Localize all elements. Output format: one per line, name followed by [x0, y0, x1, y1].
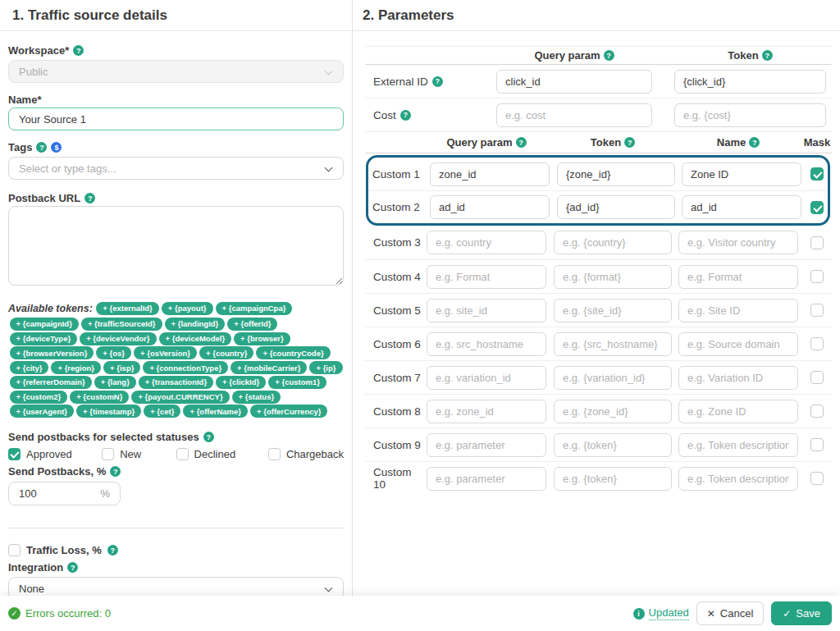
name-input[interactable]: [678, 332, 798, 356]
mask-checkbox[interactable]: [810, 337, 824, 350]
help-icon[interactable]: ?: [400, 110, 411, 121]
token-chip[interactable]: + {payout}: [162, 302, 213, 315]
save-button[interactable]: ✓ Save: [771, 601, 832, 625]
query-param-input[interactable]: [430, 162, 550, 186]
token-chip[interactable]: + {userAgent}: [10, 405, 75, 418]
token-chip[interactable]: + {status}: [232, 391, 281, 404]
help-icon[interactable]: ?: [107, 545, 118, 556]
token-chip[interactable]: + {browser}: [234, 332, 290, 345]
token-input[interactable]: [554, 332, 672, 356]
token-chip[interactable]: + {cet}: [144, 405, 180, 418]
token-input[interactable]: [554, 231, 672, 254]
help-icon[interactable]: ?: [36, 142, 47, 153]
integration-select[interactable]: None: [8, 577, 344, 596]
token-chip[interactable]: + {countryCode}: [256, 346, 330, 359]
token-chip[interactable]: + {referrerDomain}: [10, 376, 92, 389]
token-chip[interactable]: + {payout.CURRENCY}: [131, 391, 229, 404]
token-chip[interactable]: + {transactionId}: [139, 376, 213, 389]
token-chip[interactable]: + {deviceModel}: [159, 332, 232, 345]
approved-checkbox[interactable]: [8, 448, 21, 460]
token-chip[interactable]: + {offerId}: [227, 318, 277, 331]
help-icon[interactable]: ?: [749, 137, 760, 148]
help-icon[interactable]: ?: [73, 45, 84, 56]
mask-checkbox[interactable]: [810, 270, 824, 283]
token-chip[interactable]: + {customN}: [70, 391, 129, 404]
name-input[interactable]: [678, 299, 798, 322]
query-param-input[interactable]: [496, 103, 652, 127]
token-chip[interactable]: + {connectionType}: [143, 361, 228, 374]
query-param-input[interactable]: [496, 70, 652, 94]
token-chip[interactable]: + {region}: [51, 361, 101, 374]
token-chip[interactable]: + {clickId}: [216, 376, 266, 389]
name-input[interactable]: [678, 231, 798, 254]
name-input[interactable]: [682, 195, 801, 219]
mask-checkbox[interactable]: [810, 371, 824, 384]
chargeback-checkbox[interactable]: [268, 448, 281, 460]
query-param-input[interactable]: [430, 195, 550, 219]
token-chip[interactable]: + {trafficSourceId}: [81, 318, 162, 331]
token-chip[interactable]: + {osVersion}: [134, 346, 197, 359]
traffic-loss-checkbox[interactable]: [8, 544, 21, 556]
query-param-input[interactable]: [427, 265, 546, 289]
mask-checkbox[interactable]: [810, 438, 824, 451]
token-input[interactable]: [554, 265, 672, 289]
name-input[interactable]: [678, 400, 798, 423]
token-chip[interactable]: + {city}: [10, 361, 49, 374]
token-chip[interactable]: + {custom2}: [10, 391, 68, 404]
token-input[interactable]: [557, 162, 675, 186]
token-chip[interactable]: + {offerCurrency}: [250, 405, 327, 418]
query-param-input[interactable]: [427, 366, 546, 390]
tags-select[interactable]: Select or type tags...: [8, 157, 344, 180]
new-checkbox[interactable]: [102, 448, 114, 460]
cancel-button[interactable]: ✕ Cancel: [696, 601, 765, 625]
query-param-input[interactable]: [427, 400, 546, 423]
token-chip[interactable]: + {deviceVendor}: [80, 332, 156, 345]
name-input[interactable]: [678, 467, 798, 491]
token-chip[interactable]: + {lang}: [94, 376, 136, 389]
token-chip[interactable]: + {offerName}: [183, 405, 248, 418]
token-chip[interactable]: + {mobileCarrier}: [231, 361, 307, 374]
query-param-input[interactable]: [427, 231, 546, 254]
mask-checkbox[interactable]: [810, 236, 824, 249]
name-input[interactable]: [678, 366, 798, 390]
help-icon[interactable]: ?: [624, 137, 635, 148]
token-input[interactable]: [554, 400, 672, 423]
token-chip[interactable]: + {custom1}: [268, 376, 326, 389]
mask-checkbox[interactable]: [810, 472, 824, 485]
name-input[interactable]: [678, 433, 798, 457]
token-chip[interactable]: + {landingId}: [165, 318, 226, 331]
token-chip[interactable]: + {ip}: [309, 361, 342, 374]
name-input[interactable]: [682, 162, 801, 186]
mask-checkbox[interactable]: [810, 405, 824, 418]
token-input[interactable]: [554, 299, 672, 322]
token-input[interactable]: [554, 433, 672, 457]
token-input[interactable]: [557, 195, 675, 219]
send-postbacks-input[interactable]: 100 %: [8, 482, 121, 505]
token-chip[interactable]: + {timestamp}: [76, 405, 141, 418]
help-icon[interactable]: ?: [67, 562, 78, 573]
token-chip[interactable]: + {campaignId}: [10, 318, 79, 331]
help-icon[interactable]: ?: [84, 193, 95, 203]
help-icon[interactable]: ?: [432, 76, 443, 87]
token-input[interactable]: [554, 467, 672, 491]
token-chip[interactable]: + {country}: [199, 346, 253, 359]
token-chip[interactable]: + {externalId}: [96, 302, 158, 315]
token-chip[interactable]: + {os}: [96, 346, 131, 359]
help-icon[interactable]: ?: [516, 137, 527, 148]
token-chip[interactable]: + {browserVersion}: [10, 346, 94, 359]
query-param-input[interactable]: [427, 433, 546, 457]
token-chip[interactable]: + {campaignCpa}: [216, 302, 293, 315]
postback-url-textarea[interactable]: [8, 206, 344, 286]
mask-checkbox[interactable]: [810, 304, 824, 317]
mask-checkbox[interactable]: [810, 201, 824, 214]
token-input[interactable]: [674, 103, 826, 127]
help-icon[interactable]: ?: [762, 50, 773, 61]
query-param-input[interactable]: [427, 332, 546, 356]
help-icon[interactable]: ?: [604, 50, 614, 61]
mask-checkbox[interactable]: [810, 167, 824, 181]
help-icon[interactable]: ?: [203, 432, 214, 442]
dollar-icon[interactable]: $: [51, 142, 62, 153]
token-input[interactable]: [554, 366, 672, 390]
declined-checkbox[interactable]: [176, 448, 189, 460]
help-icon[interactable]: ?: [110, 466, 121, 477]
